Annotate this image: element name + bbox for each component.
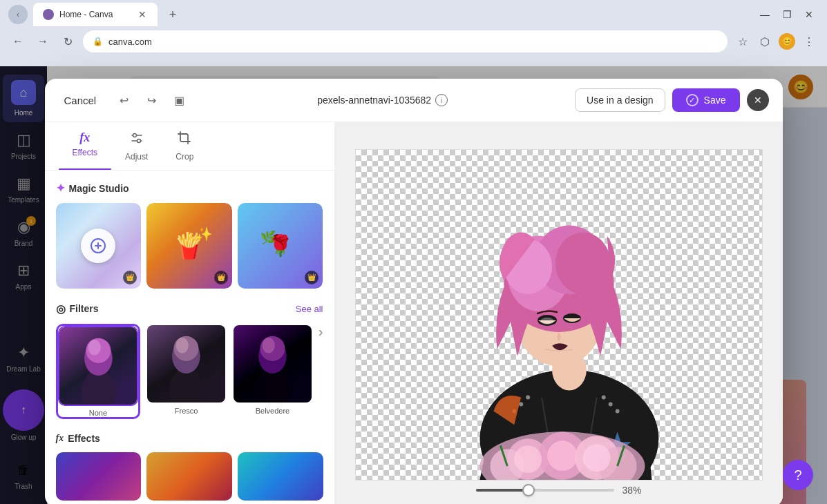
svg-point-4 xyxy=(137,139,140,143)
header-actions: Use in a design ✓ Save ✕ xyxy=(575,88,768,112)
magic-edit-item[interactable]: 🌹 🌿 👑 Magic Edit xyxy=(238,203,323,289)
magic-edit-visual: 🌹 🌿 xyxy=(267,233,293,258)
filename-text: pexels-annetnavi-1035682 xyxy=(317,95,431,106)
bg-remover-item[interactable]: 👑 BG Remover xyxy=(56,203,142,289)
dialog-header: Cancel ↩ ↪ ▣ pexels-annetnavi-1035682 i … xyxy=(45,79,783,122)
bg-remover-badge: 👑 xyxy=(123,271,137,284)
filter-belvedere[interactable]: Belvedere xyxy=(232,324,313,416)
effects-section-icon: fx xyxy=(56,433,64,444)
preview-button[interactable]: ▣ xyxy=(168,89,190,111)
browser-tab[interactable]: Home - Canva ✕ xyxy=(33,3,158,26)
image-container xyxy=(355,149,763,481)
zoom-percent: 38% xyxy=(622,485,641,496)
use-in-design-button[interactable]: Use in a design xyxy=(575,88,665,112)
magic-studio-icon: ✦ xyxy=(56,182,65,195)
new-tab-button[interactable]: + xyxy=(163,5,182,24)
filter-fresco[interactable]: Fresco xyxy=(146,324,227,416)
redo-button[interactable]: ↪ xyxy=(140,89,162,111)
effects-section-header: fx Effects xyxy=(56,433,323,444)
dialog-body: fx Effects xyxy=(45,122,783,504)
close-dialog-button[interactable]: ✕ xyxy=(747,89,769,111)
filter-belvedere-label: Belvedere xyxy=(232,407,313,415)
close-button[interactable]: ✕ xyxy=(799,5,819,24)
zoom-slider: 38% xyxy=(475,485,641,496)
filters-section-header: ◎ Filters See all xyxy=(56,302,323,316)
dialog-overlay: Cancel ↩ ↪ ▣ pexels-annetnavi-1035682 i … xyxy=(0,66,827,504)
filters-icon: ◎ xyxy=(56,302,66,316)
magic-eraser-badge: 👑 xyxy=(214,271,228,284)
tab-crop[interactable]: Crop xyxy=(162,122,207,170)
zoom-slider-track[interactable] xyxy=(475,489,614,492)
effects-title: fx Effects xyxy=(56,433,100,444)
zoom-slider-fill xyxy=(475,489,528,492)
filter-fresco-label: Fresco xyxy=(146,407,227,415)
effects-tab-label: Effects xyxy=(73,148,97,157)
filters-scroll-right[interactable]: › xyxy=(319,324,323,353)
svg-point-31 xyxy=(555,232,611,294)
arrow-right-icon: › xyxy=(319,324,323,340)
forward-button[interactable]: → xyxy=(33,32,53,51)
tab-effects[interactable]: fx Effects xyxy=(59,122,111,170)
cancel-button[interactable]: Cancel xyxy=(59,92,102,109)
save-check-icon: ✓ xyxy=(686,94,698,106)
tab-close-icon[interactable]: ✕ xyxy=(137,9,148,20)
svg-point-23 xyxy=(608,402,612,406)
zoom-slider-thumb[interactable] xyxy=(522,484,534,496)
filters-row: None xyxy=(56,324,323,420)
filters-title: ◎ Filters xyxy=(56,302,99,316)
svg-point-21 xyxy=(526,395,530,399)
magic-studio-section-header: ✦ Magic Studio xyxy=(56,182,323,195)
magic-eraser-visual: 🍟 ✨ xyxy=(173,231,205,260)
bg-remover-icon xyxy=(81,229,115,263)
subject-image xyxy=(356,150,762,480)
tabs-container: fx Effects xyxy=(45,122,334,171)
refresh-button[interactable]: ↻ xyxy=(58,32,77,51)
extensions-icon[interactable]: ⬡ xyxy=(755,32,774,51)
panel-content: ✦ Magic Studio xyxy=(45,171,334,504)
help-icon: ? xyxy=(794,467,801,483)
svg-point-9 xyxy=(88,340,100,356)
svg-point-17 xyxy=(263,338,275,353)
adjust-tab-label: Adjust xyxy=(125,152,148,162)
svg-point-34 xyxy=(540,317,554,324)
svg-point-22 xyxy=(615,409,619,413)
svg-point-2 xyxy=(133,134,136,137)
filename-display: pexels-annetnavi-1035682 i xyxy=(317,94,448,106)
profile-icon[interactable]: 😊 xyxy=(777,32,797,51)
main-dialog: Cancel ↩ ↪ ▣ pexels-annetnavi-1035682 i … xyxy=(45,79,783,504)
effect-item-1[interactable] xyxy=(56,452,142,501)
effect-item-3[interactable] xyxy=(238,452,323,501)
menu-icon[interactable]: ⋮ xyxy=(799,32,819,51)
svg-point-13 xyxy=(176,338,189,353)
magic-studio-title: ✦ Magic Studio xyxy=(56,182,129,195)
magic-eraser-item[interactable]: 🍟 ✨ 👑 Magic Eraser xyxy=(146,203,232,289)
effects-tab-icon: fx xyxy=(79,130,90,145)
back-button[interactable]: ← xyxy=(8,32,28,51)
filter-none[interactable]: None xyxy=(56,324,141,420)
crop-tab-label: Crop xyxy=(175,152,193,162)
star-icon[interactable]: ☆ xyxy=(733,32,752,51)
address-bar[interactable]: 🔒 canva.com xyxy=(83,30,728,52)
transparency-background xyxy=(355,149,763,481)
svg-point-41 xyxy=(514,445,542,473)
tab-adjust[interactable]: Adjust xyxy=(111,122,162,170)
minimize-button[interactable]: — xyxy=(755,5,774,24)
tab-title: Home - Canva xyxy=(59,10,131,19)
see-all-link[interactable]: See all xyxy=(296,304,323,314)
lock-icon: 🔒 xyxy=(93,37,103,46)
undo-button[interactable]: ↩ xyxy=(113,89,135,111)
magic-studio-grid: 👑 BG Remover 🍟 ✨ xyxy=(56,203,323,289)
right-panel: 38% xyxy=(335,122,783,504)
help-button[interactable]: ? xyxy=(783,460,813,490)
effect-item-2[interactable] xyxy=(146,452,232,501)
favicon xyxy=(43,9,54,20)
header-controls: ↩ ↪ ▣ xyxy=(113,89,190,111)
svg-point-43 xyxy=(582,444,610,472)
save-button[interactable]: ✓ Save xyxy=(672,88,740,112)
info-button[interactable]: i xyxy=(435,94,448,106)
maximize-button[interactable]: ❐ xyxy=(777,5,797,24)
svg-point-0 xyxy=(44,10,53,19)
back-forward-nav[interactable]: ‹ xyxy=(8,5,28,24)
svg-point-42 xyxy=(547,440,578,471)
save-label: Save xyxy=(704,95,726,106)
